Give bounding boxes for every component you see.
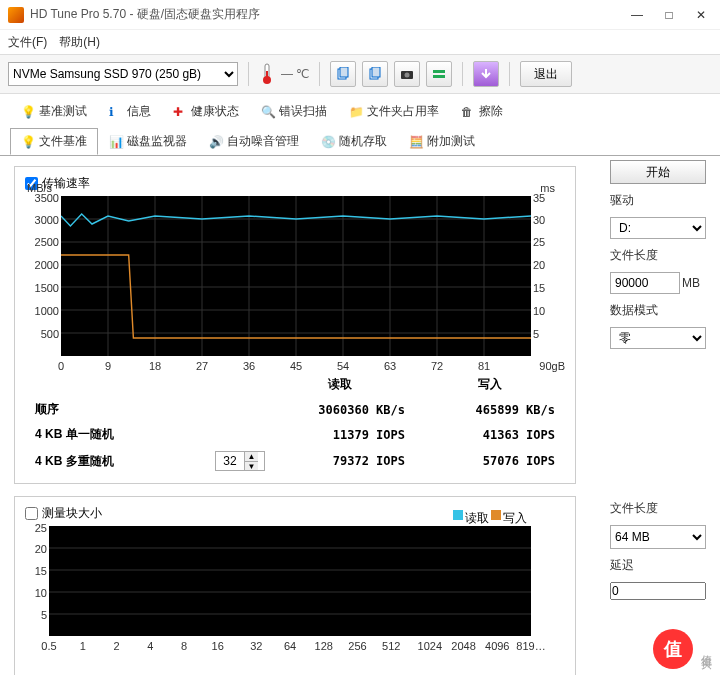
file-length-label: 文件长度	[610, 247, 706, 264]
transfer-rate-panel: 传输速率 MB/s ms 350030002500200015001000500…	[14, 166, 576, 484]
magnifier-icon: 🔍	[261, 105, 275, 119]
transfer-rate-checkbox[interactable]: 传输速率	[25, 175, 565, 192]
drive-select[interactable]: NVMe Samsung SSD 970 (250 gB)	[8, 62, 238, 86]
maximize-button[interactable]: □	[662, 8, 676, 22]
bulb-purple-icon: 💡	[21, 135, 35, 149]
toolbar: NVMe Samsung SSD 970 (250 gB) — ℃ 退出	[0, 54, 720, 94]
tab-health[interactable]: ✚健康状态	[162, 98, 250, 125]
transfer-chart	[61, 196, 531, 356]
lightbulb-icon: 💡	[21, 105, 35, 119]
results-table: 读取 写入 顺序 3060360 KB/s 465899 KB/s 4 KB 单…	[35, 376, 565, 471]
speaker-icon: 🔊	[209, 135, 223, 149]
x-unit: 90gB	[539, 360, 565, 372]
tab-erase[interactable]: 🗑擦除	[450, 98, 514, 125]
block-size-panel: 测量块大小 读取 写入 252015105 0.5124816326412825…	[14, 496, 576, 675]
row-4kb-single: 4 KB 单一随机	[35, 426, 215, 443]
tabs-row-2: 💡文件基准 📊磁盘监视器 🔊自动噪音管理 💿随机存取 🧮附加测试	[0, 124, 720, 156]
side-controls-2: 文件长度 64 MB 延迟	[610, 500, 706, 600]
svg-rect-10	[433, 75, 445, 78]
minimize-button[interactable]: —	[630, 8, 644, 22]
row-sequential: 顺序	[35, 401, 215, 418]
svg-rect-6	[372, 67, 380, 77]
tab-aam[interactable]: 🔊自动噪音管理	[198, 128, 310, 155]
trash-icon: 🗑	[461, 105, 475, 119]
data-mode-label: 数据模式	[610, 302, 706, 319]
file-length-input[interactable]	[610, 272, 680, 294]
screenshot-button[interactable]	[394, 61, 420, 87]
delay-label: 延迟	[610, 557, 706, 574]
tab-benchmark[interactable]: 💡基准测试	[10, 98, 98, 125]
disc-icon: 💿	[321, 135, 335, 149]
start-button[interactable]: 开始	[610, 160, 706, 184]
row-4kb-multi: 4 KB 多重随机	[35, 453, 215, 470]
close-button[interactable]: ✕	[694, 8, 708, 22]
file-length2-label: 文件长度	[610, 500, 706, 517]
titlebar: HD Tune Pro 5.70 - 硬盘/固态硬盘实用程序 — □ ✕	[0, 0, 720, 30]
window-title: HD Tune Pro 5.70 - 硬盘/固态硬盘实用程序	[30, 6, 630, 23]
delay-input[interactable]	[610, 582, 706, 600]
tabs-row-1: 💡基准测试 ℹ信息 ✚健康状态 🔍错误扫描 📁文件夹占用率 🗑擦除	[0, 94, 720, 125]
svg-rect-9	[433, 70, 445, 73]
copy-text-button[interactable]	[330, 61, 356, 87]
file-length2-select[interactable]: 64 MB	[610, 525, 706, 549]
drive-letter-select[interactable]: D:	[610, 217, 706, 239]
tab-file-benchmark[interactable]: 💡文件基准	[10, 128, 98, 155]
menu-help[interactable]: 帮助(H)	[59, 34, 100, 51]
options-button[interactable]	[426, 61, 452, 87]
menu-file[interactable]: 文件(F)	[8, 34, 47, 51]
watermark: 值 值得买	[653, 629, 714, 669]
svg-point-8	[405, 73, 410, 78]
thermometer-icon	[259, 62, 275, 86]
folder-icon: 📁	[349, 105, 363, 119]
exit-button[interactable]: 退出	[520, 61, 572, 87]
tab-random-access[interactable]: 💿随机存取	[310, 128, 398, 155]
calc-icon: 🧮	[409, 135, 423, 149]
svg-rect-4	[340, 67, 348, 77]
plus-icon: ✚	[173, 105, 187, 119]
col-read: 读取	[265, 376, 415, 393]
queue-depth-spinner[interactable]: ▲▼	[215, 451, 265, 471]
tab-extra-tests[interactable]: 🧮附加测试	[398, 128, 486, 155]
tab-error-scan[interactable]: 🔍错误扫描	[250, 98, 338, 125]
chart-icon: 📊	[109, 135, 123, 149]
watermark-icon: 值	[653, 629, 693, 669]
tab-info[interactable]: ℹ信息	[98, 98, 162, 125]
col-write: 写入	[415, 376, 565, 393]
blocksize-chart	[49, 526, 531, 636]
info-icon: ℹ	[109, 105, 123, 119]
copy-info-button[interactable]	[362, 61, 388, 87]
save-button[interactable]	[473, 61, 499, 87]
data-mode-select[interactable]: 零	[610, 327, 706, 349]
tab-folder-usage[interactable]: 📁文件夹占用率	[338, 98, 450, 125]
drive-label: 驱动	[610, 192, 706, 209]
tab-disk-monitor[interactable]: 📊磁盘监视器	[98, 128, 198, 155]
menubar: 文件(F) 帮助(H)	[0, 30, 720, 54]
app-icon	[8, 7, 24, 23]
temperature-value: — ℃	[281, 67, 309, 81]
svg-rect-2	[266, 71, 268, 80]
legend: 读取 写入	[453, 510, 527, 527]
side-controls-1: 开始 驱动 D: 文件长度 MB 数据模式 零	[610, 160, 706, 349]
